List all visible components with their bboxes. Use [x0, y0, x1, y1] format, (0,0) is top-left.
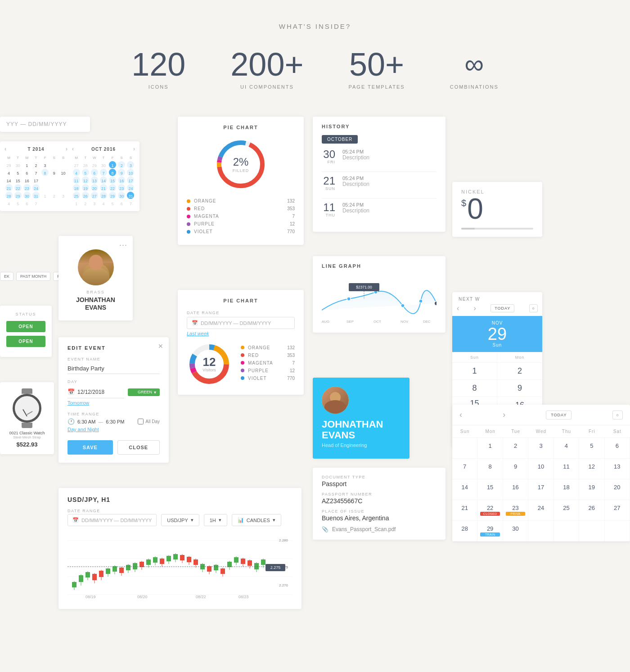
cal-day-e1[interactable] [528, 521, 554, 541]
color-selector[interactable]: GREEN ▾ [128, 388, 160, 396]
cal-day-16[interactable]: 16 [503, 479, 528, 500]
cal-day[interactable]: 23 [23, 184, 31, 191]
cal-day[interactable] [41, 176, 49, 184]
cal-day[interactable]: 7 [32, 169, 40, 176]
cal-day-8[interactable]: 8 [477, 459, 503, 479]
cal-day-22[interactable]: 22 CLOSED [477, 500, 503, 521]
big-cal-extra[interactable]: ○ [612, 410, 623, 419]
left-cal-prev[interactable]: ‹ [4, 146, 6, 152]
cal-day-26[interactable]: 26 [579, 500, 604, 521]
cal-day[interactable]: 31 [32, 192, 40, 199]
cal-day[interactable]: 4 [5, 169, 13, 176]
period-ek[interactable]: EK [0, 272, 14, 281]
right-cal-prev[interactable]: ‹ [72, 146, 74, 152]
cal-day[interactable]: 5 [14, 169, 22, 176]
cal-day[interactable] [50, 199, 58, 207]
cal-day-5[interactable]: 5 [579, 438, 604, 459]
cal-day[interactable]: 17 [32, 176, 40, 184]
cal-day-9[interactable]: 9 [503, 459, 528, 479]
cal-day[interactable]: 21 [5, 184, 13, 191]
status-open-btn-1[interactable]: OPEN [6, 321, 45, 332]
week-day-1-mon[interactable]: 2 [497, 363, 542, 380]
week-day-1-sun[interactable]: 1 [452, 363, 497, 380]
cal-day-28[interactable]: 28 [452, 521, 477, 541]
cal-day[interactable]: 22 [14, 184, 22, 191]
date-range-input2[interactable]: 📅 DD/MM/YYYY — DD/MM/YYYY [187, 317, 295, 329]
cal-day-10[interactable]: 10 [528, 459, 554, 479]
profile-more-dots[interactable]: ··· [119, 240, 127, 250]
period-past-month[interactable]: PAST MONTH [16, 272, 50, 281]
extra-btn[interactable]: ○ [529, 304, 538, 312]
cal-day[interactable]: 7 [32, 199, 40, 207]
nickel-slider[interactable] [461, 228, 533, 230]
cal-day-12[interactable]: 12 [579, 459, 604, 479]
cal-day[interactable]: 1 [41, 192, 49, 199]
cal-day-17[interactable]: 17 [528, 479, 554, 500]
nav-prev-arrow[interactable]: ‹ [457, 304, 459, 312]
last-week-link[interactable]: Last week [187, 331, 295, 336]
cal-day[interactable] [59, 161, 67, 168]
big-cal-next[interactable]: › [503, 410, 505, 419]
week-day-2-sun[interactable]: 8 [452, 380, 497, 397]
big-cal-today[interactable]: TODAY [546, 410, 572, 419]
cal-day[interactable]: 29 [14, 192, 22, 199]
cal-day[interactable] [41, 199, 49, 207]
cal-day-7[interactable]: 7 [452, 459, 477, 479]
cal-day-20[interactable]: 20 [605, 479, 630, 500]
cal-day[interactable]: 16 [23, 176, 31, 184]
nav-next-arrow[interactable]: › [474, 304, 476, 312]
cal-day[interactable]: 14 [5, 176, 13, 184]
cal-day[interactable]: 6 [23, 199, 31, 207]
cal-day-27[interactable]: 27 [605, 500, 630, 521]
cal-day[interactable]: 3 [59, 192, 67, 199]
cal-day-1[interactable]: 1 [477, 438, 503, 459]
close-button[interactable]: CLOSE [117, 440, 160, 455]
cal-day-6[interactable]: 6 [605, 438, 630, 459]
cal-day-29[interactable]: 29 TRAIN [477, 521, 503, 541]
cal-day-2[interactable]: 2 [503, 438, 528, 459]
cal-day-13[interactable]: 13 [605, 459, 630, 479]
cal-day-19[interactable]: 19 [579, 479, 604, 500]
cal-day[interactable]: 9 [50, 169, 58, 176]
tomorrow-link[interactable]: Tomorrow [68, 400, 89, 406]
cal-day-e4[interactable] [605, 521, 630, 541]
today-button[interactable]: TODAY [490, 304, 514, 312]
allday-label[interactable]: All Day [138, 419, 160, 424]
cal-day[interactable] [50, 176, 58, 184]
cal-day-3[interactable]: 3 [528, 438, 554, 459]
left-cal-next[interactable]: › [66, 146, 68, 152]
cal-day-15[interactable]: 15 [477, 479, 503, 500]
cal-day[interactable] [50, 161, 58, 168]
cal-day[interactable]: 28 [5, 192, 13, 199]
forex-date-input[interactable]: 📅 DD/MM/YYYY — DD/MM/YYYY [68, 514, 157, 526]
cal-day[interactable]: 30 [23, 192, 31, 199]
cal-day[interactable]: 2 [50, 192, 58, 199]
cal-day[interactable]: 24 [32, 184, 40, 191]
forex-pair-select[interactable]: USD/JPY ▾ [161, 514, 199, 526]
cal-day[interactable]: 4 [5, 199, 13, 207]
daynight-link[interactable]: Day and Night [68, 427, 99, 432]
cal-day[interactable]: 15 [14, 176, 22, 184]
cal-day-empty[interactable] [452, 438, 477, 459]
cal-day[interactable] [41, 184, 49, 191]
cal-day-18[interactable]: 18 [554, 479, 579, 500]
save-button[interactable]: SAVE [68, 440, 113, 455]
cal-day-11[interactable]: 11 [554, 459, 579, 479]
cal-day[interactable] [59, 176, 67, 184]
cal-day[interactable]: 29 [5, 161, 13, 168]
status-open-btn-2[interactable]: OPEN [6, 336, 45, 347]
cal-day-21[interactable]: 21 [452, 500, 477, 521]
cal-day-30[interactable]: 30 [503, 521, 528, 541]
cal-day[interactable]: 30 [14, 161, 22, 168]
cal-day-e3[interactable] [579, 521, 604, 541]
cal-day[interactable]: 5 [14, 199, 22, 207]
cal-day[interactable]: 10 [59, 169, 67, 176]
cal-day[interactable]: 8 [41, 169, 49, 176]
allday-checkbox[interactable] [138, 419, 144, 424]
edit-event-close[interactable]: ✕ [158, 343, 163, 350]
cal-day-4[interactable]: 4 [554, 438, 579, 459]
passport-file[interactable]: 📎 Evans_Passport_Scan.pdf [322, 526, 436, 532]
cal-day[interactable]: 1 [23, 161, 31, 168]
cal-day[interactable]: 6 [23, 169, 31, 176]
event-name-input[interactable] [68, 363, 160, 374]
